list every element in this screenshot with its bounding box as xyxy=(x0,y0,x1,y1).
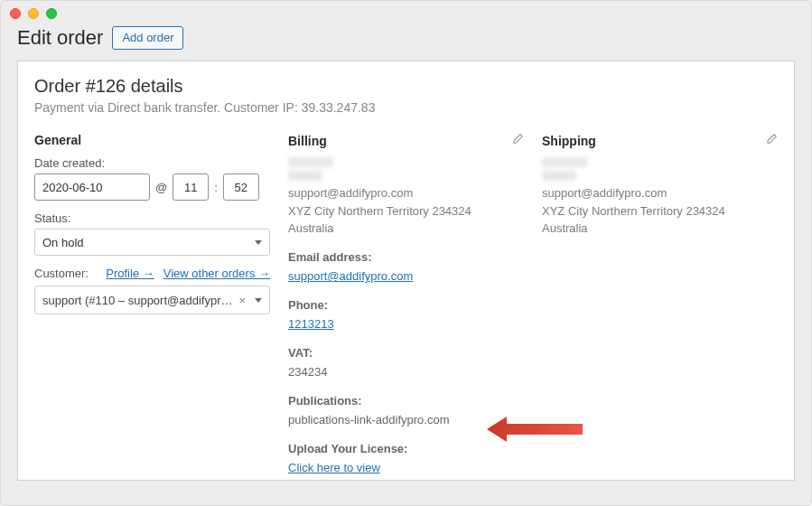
order-title: Order #126 details xyxy=(34,76,778,97)
date-created-input[interactable] xyxy=(34,173,150,201)
billing-addr-line2: XYZ City Northern Territory 234324 xyxy=(288,202,524,220)
order-details-panel: Order #126 details Payment via Direct ba… xyxy=(17,61,795,481)
view-other-orders-link[interactable]: View other orders → xyxy=(163,267,270,280)
edit-shipping-icon[interactable] xyxy=(765,133,778,148)
add-order-button[interactable]: Add order xyxy=(112,26,183,50)
edit-billing-icon[interactable] xyxy=(511,133,524,148)
billing-email-line: support@addifypro.com xyxy=(288,184,524,202)
billing-column: Billing support@addifypro.com XYZ City N… xyxy=(288,133,524,477)
billing-publications-label: Publications: xyxy=(288,392,524,410)
hour-input[interactable] xyxy=(173,173,209,201)
at-separator: @ xyxy=(155,181,167,194)
window-titlebar xyxy=(1,1,811,26)
status-label: Status: xyxy=(34,211,270,225)
maximize-window-button[interactable] xyxy=(46,8,57,19)
general-heading: General xyxy=(34,133,270,147)
billing-email-label: Email address: xyxy=(288,248,524,267)
customer-value: support (#110 – support@addifypro.c… xyxy=(42,294,233,307)
shipping-heading: Shipping xyxy=(542,134,596,148)
shipping-email-line: support@addifypro.com xyxy=(542,184,778,202)
billing-phone-link[interactable]: 1213213 xyxy=(288,317,334,331)
billing-upload-link[interactable]: Click here to view xyxy=(288,461,380,474)
minute-input[interactable] xyxy=(223,173,259,201)
billing-publications-value: publications-link-addifypro.com xyxy=(288,411,524,429)
billing-phone-label: Phone: xyxy=(288,296,524,314)
billing-vat-value: 234234 xyxy=(288,363,524,381)
shipping-addr-line3: Australia xyxy=(542,220,778,238)
minimize-window-button[interactable] xyxy=(28,8,39,19)
billing-vat-label: VAT: xyxy=(288,344,524,362)
billing-upload-label: Upload Your License: xyxy=(288,440,524,458)
billing-email-link[interactable]: support@addifypro.com xyxy=(288,269,413,283)
page-title: Edit order xyxy=(17,26,103,50)
billing-address: support@addifypro.com XYZ City Northern … xyxy=(288,157,524,477)
status-value: On hold xyxy=(42,236,84,249)
general-column: General Date created: @ : Status: On hol… xyxy=(34,133,270,477)
status-select[interactable]: On hold xyxy=(34,229,270,256)
customer-label: Customer: xyxy=(34,267,89,280)
profile-link[interactable]: Profile → xyxy=(106,267,154,280)
clear-customer-icon[interactable]: × xyxy=(238,294,246,307)
close-window-button[interactable] xyxy=(10,8,21,19)
order-subtitle: Payment via Direct bank transfer. Custom… xyxy=(34,100,778,115)
shipping-address: support@addifypro.com XYZ City Northern … xyxy=(542,157,778,238)
billing-heading: Billing xyxy=(288,134,327,148)
date-created-label: Date created: xyxy=(34,156,270,170)
customer-select[interactable]: support (#110 – support@addifypro.c… × xyxy=(34,286,270,314)
shipping-column: Shipping support@addifypro.com XYZ City … xyxy=(542,133,778,477)
shipping-addr-line2: XYZ City Northern Territory 234324 xyxy=(542,202,778,220)
time-colon: : xyxy=(214,181,218,194)
billing-addr-line3: Australia xyxy=(288,220,524,238)
